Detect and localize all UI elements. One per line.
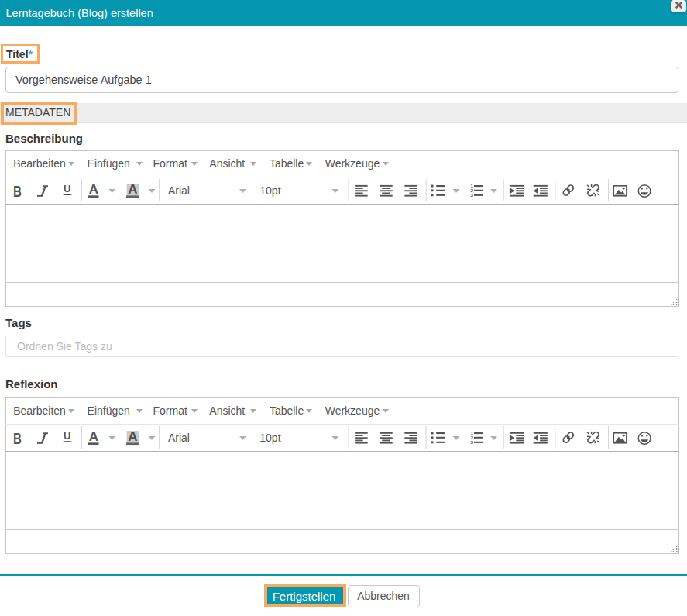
svg-text:3: 3	[470, 439, 473, 445]
svg-text:U: U	[64, 183, 70, 194]
svg-text:3: 3	[470, 192, 473, 198]
svg-text:A: A	[89, 429, 98, 444]
svg-text:Arial: Arial	[168, 184, 190, 197]
svg-text:U: U	[64, 430, 70, 442]
svg-text:A: A	[128, 182, 137, 197]
svg-text:10pt: 10pt	[259, 432, 280, 444]
svg-text:A: A	[89, 182, 98, 197]
svg-text:B: B	[13, 181, 22, 200]
svg-text:B: B	[13, 428, 22, 447]
svg-text:Arial: Arial	[168, 432, 190, 444]
svg-text:10pt: 10pt	[259, 184, 280, 197]
svg-text:A: A	[128, 429, 137, 444]
